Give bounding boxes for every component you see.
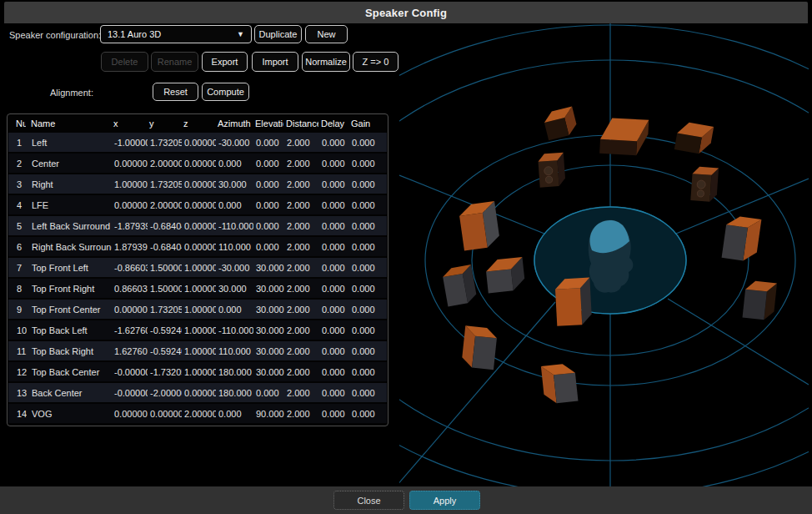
- value-cell: 2.00000: [148, 200, 182, 210]
- value-cell: 0.000: [349, 346, 380, 356]
- value-cell: 2: [8, 159, 27, 169]
- speaker-box[interactable]: [542, 106, 579, 140]
- grid-spoke: [668, 299, 809, 385]
- value-cell: 2.000: [284, 305, 319, 315]
- speaker-box[interactable]: [541, 363, 579, 405]
- speaker-box[interactable]: [461, 325, 498, 370]
- value-cell: 1.62760: [112, 346, 148, 356]
- table-row[interactable]: 10Top Back Left-1.62760-0.592401.00000-1…: [8, 320, 387, 340]
- speaker-box[interactable]: [554, 278, 592, 326]
- value-cell: 0.00000: [112, 409, 148, 419]
- speaker-table: NurNamexyzAzimuthElevatioDistanceDelayGa…: [7, 113, 388, 426]
- apply-button[interactable]: Apply: [409, 491, 480, 510]
- value-cell: 0.000: [349, 263, 380, 273]
- speaker-box[interactable]: [722, 214, 762, 262]
- value-cell: 1.00000: [182, 367, 216, 377]
- value-cell: 2.00000: [182, 409, 216, 419]
- value-cell: -0.59240: [148, 346, 182, 356]
- value-cell: 0.00000: [182, 388, 216, 398]
- value-cell: 110.000: [216, 242, 253, 252]
- value-cell: 0.000: [216, 200, 253, 210]
- value-cell: 0.00000: [182, 159, 216, 169]
- value-cell: 110.000: [216, 346, 253, 356]
- value-cell: 0.00000: [182, 200, 216, 210]
- table-row[interactable]: 12Top Back Center-0.00000-1.732051.00000…: [8, 362, 387, 381]
- value-cell: -0.00000: [112, 388, 148, 398]
- speaker-name-cell: Left Back Surround: [27, 221, 112, 231]
- speaker-box[interactable]: [599, 118, 649, 156]
- value-cell: 30.000: [216, 284, 253, 294]
- speaker-name-cell: Right Back Surround: [27, 242, 112, 252]
- value-cell: 0.000: [349, 305, 380, 315]
- value-cell: 0.000: [349, 388, 380, 398]
- window-title-bar[interactable]: Speaker Config: [4, 2, 808, 23]
- value-cell: 0.000: [349, 179, 380, 189]
- value-cell: 0.000: [349, 284, 380, 294]
- table-row[interactable]: 7Top Front Left-0.866031.500001.00000-30…: [8, 258, 387, 277]
- value-cell: 0.000: [349, 409, 380, 419]
- alignment-label: Alignment:: [50, 88, 93, 98]
- table-row[interactable]: 5Left Back Surround-1.87939-0.684040.000…: [8, 216, 387, 235]
- window-title: Speaker Config: [365, 7, 447, 19]
- value-cell: -0.59240: [148, 325, 182, 335]
- table-row[interactable]: 1Left-1.000001.732050.00000-30.0000.0002…: [8, 133, 387, 152]
- table-row[interactable]: 9Top Front Center0.000001.732051.000000.…: [8, 300, 387, 319]
- value-cell: 5: [8, 221, 27, 231]
- close-button[interactable]: Close: [333, 491, 404, 510]
- value-cell: 14: [8, 409, 27, 419]
- speaker-box[interactable]: [743, 280, 778, 321]
- value-cell: 180.000: [216, 367, 253, 377]
- speaker-box[interactable]: [442, 265, 478, 307]
- value-cell: 30.000: [253, 325, 284, 335]
- table-row[interactable]: 6Right Back Surround1.87939-0.684040.000…: [8, 237, 387, 256]
- value-cell: -1.62760: [112, 325, 148, 335]
- table-row[interactable]: 2Center0.000002.000000.000000.0000.0002.…: [8, 154, 387, 173]
- column-header-distance: Distance: [283, 118, 318, 128]
- table-row[interactable]: 8Top Front Right0.866031.500001.0000030.…: [8, 279, 387, 298]
- speaker-box[interactable]: [538, 153, 566, 188]
- speaker-driver-icon: [545, 176, 553, 184]
- speaker-3d-view[interactable]: [399, 23, 809, 486]
- value-cell: 1: [8, 138, 27, 148]
- value-cell: 30.000: [216, 179, 253, 189]
- speaker-box[interactable]: [674, 121, 714, 156]
- speaker-name-cell: Left: [27, 138, 112, 148]
- duplicate-button[interactable]: Duplicate: [254, 25, 302, 43]
- z-to-zero-button[interactable]: Z => 0: [353, 52, 398, 72]
- alignment-reset-button[interactable]: Reset: [153, 83, 198, 101]
- table-row[interactable]: 14VOG0.000000.000002.000000.00090.0002.0…: [8, 404, 387, 423]
- table-row[interactable]: 3Right1.000001.732050.0000030.0000.0002.…: [8, 174, 387, 194]
- column-header-nur: Nur: [8, 118, 26, 128]
- speaker-config-dropdown[interactable]: 13.1 Auro 3D ▼: [100, 25, 252, 43]
- value-cell: -1.73205: [148, 367, 182, 377]
- delete-button[interactable]: Delete: [101, 52, 148, 72]
- table-row[interactable]: 11Top Back Right1.62760-0.592401.0000011…: [8, 341, 387, 360]
- normalize-button[interactable]: Normalize: [302, 52, 350, 72]
- speaker-box[interactable]: [485, 257, 526, 293]
- speaker-box[interactable]: [458, 201, 500, 251]
- value-cell: 2.00000: [148, 159, 182, 169]
- alignment-compute-button[interactable]: Compute: [202, 83, 249, 101]
- value-cell: 0.000: [319, 242, 349, 252]
- new-button[interactable]: New: [305, 25, 348, 43]
- import-button[interactable]: Import: [252, 52, 298, 72]
- value-cell: -1.87939: [112, 221, 148, 231]
- value-cell: 8: [8, 284, 27, 294]
- value-cell: 2.000: [284, 367, 319, 377]
- value-cell: 0.000: [319, 138, 349, 148]
- value-cell: 2.000: [284, 242, 319, 252]
- table-row[interactable]: 4LFE0.000002.000000.000000.0000.0002.000…: [8, 195, 387, 214]
- speaker-name-cell: Top Front Left: [27, 263, 112, 273]
- table-row[interactable]: 13Back Center-0.00000-2.000000.00000180.…: [8, 383, 387, 402]
- value-cell: 0.000: [349, 242, 380, 252]
- value-cell: -0.86603: [112, 263, 148, 273]
- value-cell: 0.000: [349, 325, 380, 335]
- rename-button[interactable]: Rename: [151, 52, 198, 72]
- value-cell: 0.000: [253, 138, 284, 148]
- value-cell: 2.000: [284, 388, 319, 398]
- column-header-name: Name: [26, 118, 111, 128]
- value-cell: 0.000: [349, 367, 380, 377]
- export-button[interactable]: Export: [202, 52, 248, 72]
- value-cell: 1.00000: [182, 263, 216, 273]
- speaker-box[interactable]: [690, 166, 719, 202]
